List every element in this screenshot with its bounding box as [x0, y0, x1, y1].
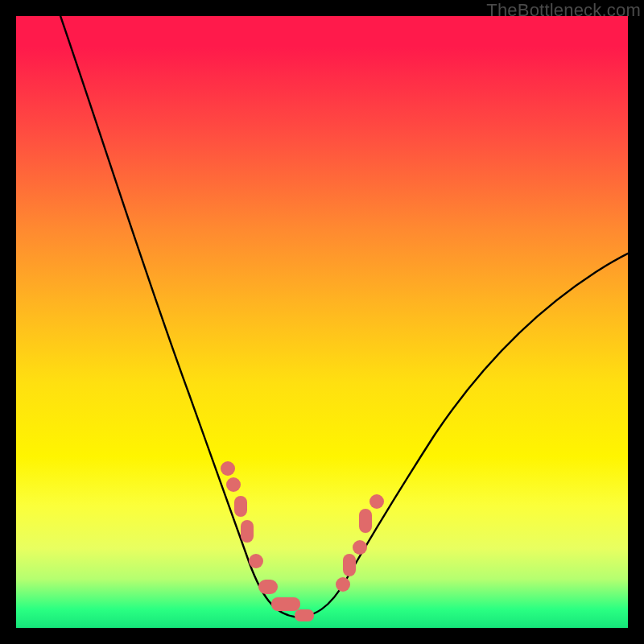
marker-right-2 [343, 554, 356, 576]
marker-left-2 [226, 477, 241, 492]
plot-frame [16, 16, 628, 628]
marker-right-3 [353, 540, 367, 555]
bottleneck-curve-chart [16, 16, 628, 628]
marker-left-5 [249, 554, 263, 568]
marker-right-1 [336, 577, 350, 592]
curve-path [56, 16, 628, 617]
marker-bottom-1 [258, 580, 278, 594]
marker-left-3 [234, 496, 247, 517]
watermark-text: TheBottleneck.com [486, 0, 641, 21]
marker-bottom-3 [295, 609, 314, 621]
marker-bottom-2 [271, 597, 300, 611]
marker-left-4 [241, 520, 254, 543]
marker-left-1 [221, 461, 235, 476]
marker-right-4 [359, 509, 372, 533]
marker-right-5 [369, 494, 384, 509]
